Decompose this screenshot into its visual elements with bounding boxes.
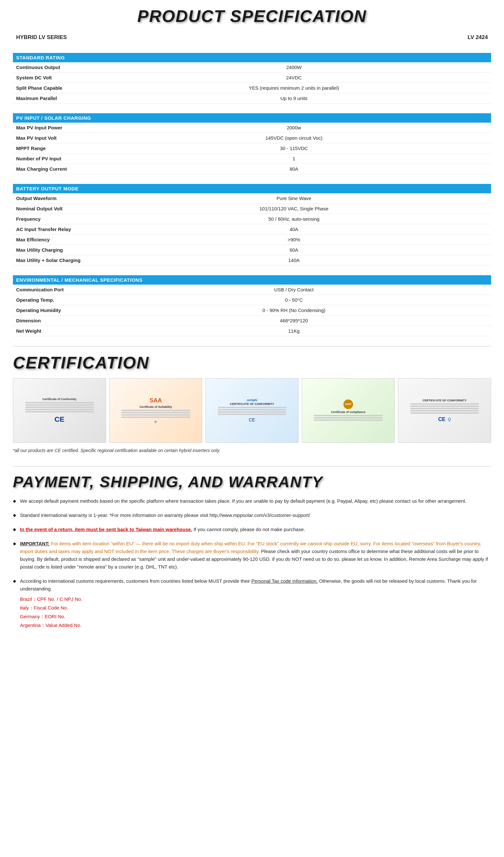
- row-label: Output Waveform: [13, 193, 97, 204]
- row-value: 101/110/120 VAC, Single Phase: [97, 204, 491, 214]
- product-spec-title: PRODUCT SPECIFICATION: [13, 6, 491, 26]
- row-value: 11Kg: [97, 326, 491, 336]
- table-row: Max PV Input Power2000w: [13, 123, 491, 133]
- row-label: MPPT Range: [13, 143, 97, 154]
- row-value: 2000w: [97, 123, 491, 133]
- section-divider-2: [13, 466, 491, 467]
- cert-images-container: Certificate of Conformity CE SAA Certifi…: [13, 378, 491, 443]
- customs-germany: Germany：EORI No.: [20, 612, 491, 621]
- model-row: HYBRID LV SERIES LV 2424: [13, 32, 491, 43]
- table-row: AC Input Transfer Relay40A: [13, 224, 491, 235]
- section-header-label: PV INPUT / SOLAR CHARGING: [13, 113, 491, 123]
- page-wrapper: PRODUCT SPECIFICATION HYBRID LV SERIES L…: [0, 0, 504, 642]
- row-label: Net Weight: [13, 326, 97, 336]
- row-value: 24VDC: [97, 72, 491, 83]
- cert-image-2: SAA Certificate of Suitability ⚙: [109, 378, 203, 443]
- payment-bullet-4: IMPORTANT: For items with item location …: [13, 540, 491, 571]
- table-row: MPPT Range30 - 115VDC: [13, 143, 491, 154]
- table-row: System DC Volt24VDC: [13, 72, 491, 83]
- row-value: 0 - 90% RH (No Condensing): [97, 305, 491, 316]
- payment-bullet-4-important: IMPORTANT:: [20, 541, 49, 546]
- section-header-row: ENVIRONMENTAL / MECHANICAL SPECIFICATION…: [13, 275, 491, 285]
- section-header-label: ENVIRONMENTAL / MECHANICAL SPECIFICATION…: [13, 275, 491, 285]
- payment-bullet-1-text: We accept default payment methods based …: [20, 498, 466, 504]
- country-brazil-label: Brazil：: [20, 596, 37, 602]
- spec-section-table: ENVIRONMENTAL / MECHANICAL SPECIFICATION…: [13, 275, 491, 336]
- row-label: Continuous Output: [13, 62, 97, 72]
- row-value: USB / Dry Contact: [97, 285, 491, 295]
- country-italy-label: Italy：: [20, 605, 34, 610]
- row-label: Number of PV Input: [13, 154, 97, 164]
- spec-section-table: STANDARD RATINGContinuous Output2400WSys…: [13, 53, 491, 104]
- row-value: 145VDC (open circuit Voc): [97, 133, 491, 143]
- model-value: LV 2424: [338, 32, 491, 43]
- payment-bullet-3-text-red: In the event of a return, item must be s…: [20, 526, 192, 532]
- table-row: Max PV Input Volt145VDC (open circuit Vo…: [13, 133, 491, 143]
- table-row: Net Weight11Kg: [13, 326, 491, 336]
- payment-bullet-2: Standard international warranty is 1-yea…: [13, 511, 491, 519]
- row-label: System DC Volt: [13, 72, 97, 83]
- section-divider: [13, 346, 491, 347]
- table-row: Operating Temp.0 - 50°C: [13, 295, 491, 305]
- table-row: Output WaveformPure Sine Wave: [13, 193, 491, 204]
- payment-bullet-5-text-1: According to international customs requi…: [20, 578, 251, 584]
- payment-bullets-list: We accept default payment methods based …: [13, 497, 491, 629]
- customs-argentina: Argentina：Value Added No.: [20, 621, 491, 629]
- country-brazil-value: CPF No. / C NPJ No.: [37, 596, 83, 602]
- row-value: >90%: [97, 235, 491, 245]
- row-value: 2400W: [97, 62, 491, 72]
- section-header-label: STANDARD RATING: [13, 53, 491, 62]
- table-row: Dimension468*295*120: [13, 316, 491, 326]
- row-value: 140A: [97, 255, 491, 266]
- table-row: Split Phase CapableYES (requires minimum…: [13, 83, 491, 93]
- spec-section-table: BATTERY OUTPUT MODEOutput WaveformPure S…: [13, 184, 491, 266]
- row-value: 40A: [97, 224, 491, 235]
- payment-title: PAYMENT, SHIPPING, AND WARRANTY: [13, 473, 491, 491]
- row-value: YES (requires minimum 2 units in paralle…: [97, 83, 491, 93]
- payment-bullet-1: We accept default payment methods based …: [13, 497, 491, 505]
- table-row: Frequency50 / 60Hz, auto-sensing: [13, 214, 491, 224]
- row-label: Split Phase Capable: [13, 83, 97, 93]
- section-header-row: BATTERY OUTPUT MODE: [13, 184, 491, 193]
- row-label: Communication Port: [13, 285, 97, 295]
- customs-countries: Brazil：CPF No. / C NPJ No. Italy：Fiscal …: [20, 595, 491, 629]
- table-row: Communication PortUSB / Dry Contact: [13, 285, 491, 295]
- payment-bullet-5-text-underline: Personal Tax code information.: [251, 578, 318, 584]
- payment-bullet-3-text-normal: If you cannot comply, please do not make…: [193, 526, 305, 532]
- country-argentina-value: Value Added No.: [46, 622, 81, 628]
- table-row: Max Charging Current80A: [13, 164, 491, 174]
- cert-image-3: certiphi CERTIFICATE OF CONFORMITY CE: [205, 378, 299, 443]
- table-row: Max Utility + Solar Charging140A: [13, 255, 491, 266]
- row-label: Maximum Parallel: [13, 93, 97, 104]
- row-label: Max Utility Charging: [13, 245, 97, 255]
- row-value: 468*295*120: [97, 316, 491, 326]
- row-value: Up to 9 units: [97, 93, 491, 104]
- row-label: AC Input Transfer Relay: [13, 224, 97, 235]
- spec-table: HYBRID LV SERIES LV 2424: [13, 32, 491, 43]
- spec-sections: STANDARD RATINGContinuous Output2400WSys…: [13, 53, 491, 336]
- cert-image-4: CERT Certificate of compliance: [302, 378, 395, 443]
- row-label: Max PV Input Power: [13, 123, 97, 133]
- country-argentina-label: Argentina：: [20, 622, 46, 628]
- cert-title: CERTIFICATION: [13, 353, 491, 372]
- row-value: 60A: [97, 245, 491, 255]
- payment-bullet-5: According to international customs requi…: [13, 577, 491, 629]
- row-label: Frequency: [13, 214, 97, 224]
- table-row: Continuous Output2400W: [13, 62, 491, 72]
- cert-image-1: Certificate of Conformity CE: [13, 378, 106, 443]
- row-label: Max Charging Current: [13, 164, 97, 174]
- payment-bullet-2-text: Standard international warranty is 1-yea…: [20, 512, 310, 518]
- row-value: 0 - 50°C: [97, 295, 491, 305]
- row-label: Nominal Output Volt: [13, 204, 97, 214]
- country-germany-value: EORI No.: [45, 614, 66, 619]
- section-header-row: PV INPUT / SOLAR CHARGING: [13, 113, 491, 123]
- cert-note: *all our products are CE certified. Spec…: [13, 448, 491, 453]
- country-italy-value: Fiscal Code No.: [34, 605, 68, 610]
- table-row: Operating Humidity0 - 90% RH (No Condens…: [13, 305, 491, 316]
- table-row: Maximum ParallelUp to 9 units: [13, 93, 491, 104]
- row-value: Pure Sine Wave: [97, 193, 491, 204]
- customs-brazil: Brazil：CPF No. / C NPJ No.: [20, 595, 491, 603]
- series-label: HYBRID LV SERIES: [13, 32, 338, 43]
- table-row: Max Efficiency>90%: [13, 235, 491, 245]
- row-label: Max PV Input Volt: [13, 133, 97, 143]
